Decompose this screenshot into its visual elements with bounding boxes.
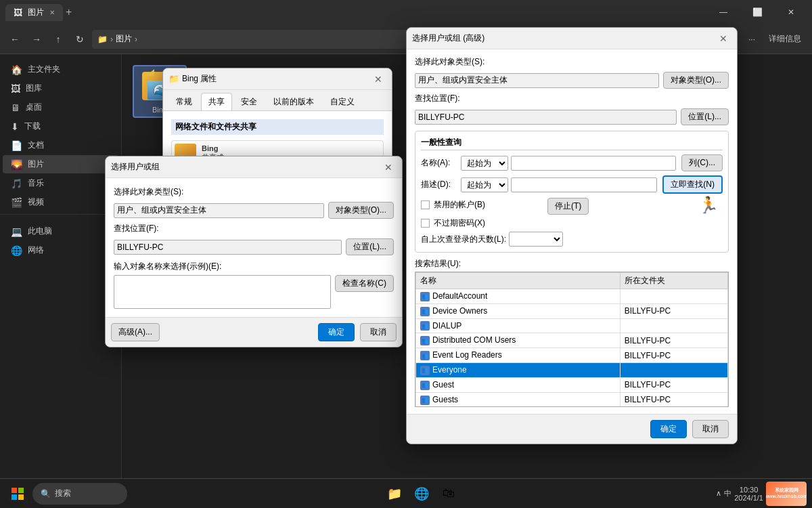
name-filter-input[interactable] — [511, 156, 676, 171]
videos-icon: 🎬 — [11, 197, 22, 208]
advanced-button[interactable]: 高级(A)... — [111, 323, 160, 341]
advanced-dialog-close-button[interactable]: ✕ — [715, 30, 731, 47]
adv-location-label-row: 查找位置(F): — [415, 93, 729, 104]
system-tray-chevron[interactable]: ∧ — [716, 489, 721, 498]
advanced-dialog-body: 选择此对象类型(S): 对象类型(O)... 查找位置(F): 位置(L)...… — [407, 49, 737, 414]
desc-filter-input[interactable] — [511, 177, 657, 192]
sidebar: 🏠 主文件夹 🖼 图库 🖥 桌面 ⬇ 下载 📄 文档 🌄 图片 — [0, 54, 122, 492]
svg-rect-1 — [18, 488, 24, 493]
start-button[interactable] — [5, 482, 30, 506]
sidebar-item-network[interactable]: 🌐 网络 — [3, 241, 118, 259]
close-button[interactable]: ✕ — [775, 0, 807, 24]
taskbar-clock[interactable]: 10:30 2024/1/1 — [734, 486, 763, 502]
refresh-button[interactable]: ↻ — [70, 30, 89, 49]
download-icon: ⬇ — [11, 121, 19, 132]
select-user-dialog: 选择用户或组 ✕ 选择此对象类型(S): 对象类型(O)... 查找位置(F):… — [105, 156, 403, 347]
select-user-ok-button[interactable]: 确定 — [318, 323, 355, 341]
check-names-button[interactable]: 检查名称(C) — [335, 275, 394, 292]
no-expire-checkbox[interactable] — [421, 219, 430, 228]
table-row[interactable]: 👥GuestsBILLYFU-PC — [416, 392, 728, 407]
music-icon: 🎵 — [11, 178, 22, 189]
select-user-cancel-button[interactable]: 取消 — [360, 323, 397, 341]
taskbar: 🔍 搜索 📁 🌐 🛍 ∧ 中 10:30 2024/1/1 系统家园网 www.… — [0, 478, 812, 508]
table-row[interactable]: 👥Event Log ReadersBILLYFU-PC — [416, 348, 728, 363]
taskbar-app-store[interactable]: 🛍 — [436, 482, 461, 506]
advanced-ok-button[interactable]: 确定 — [650, 420, 687, 438]
result-location-cell: BILLYFU-PC — [620, 392, 727, 407]
bing-dialog-close-button[interactable]: ✕ — [370, 71, 386, 87]
address-separator: › — [110, 35, 113, 44]
disabled-account-checkbox[interactable] — [421, 200, 430, 209]
select-user-footer: 高级(A)... 确定 取消 — [106, 317, 402, 347]
object-type-button[interactable]: 对象类型(O)... — [328, 202, 394, 219]
tab-sharing[interactable]: 共享 — [201, 93, 232, 110]
run-icon: 🏃 — [694, 190, 723, 220]
table-row[interactable]: 👥GuestBILLYFU-PC — [416, 377, 728, 392]
group-icon: 👥 — [420, 351, 430, 360]
minimize-button[interactable]: — — [708, 0, 739, 24]
tab-general[interactable]: 常规 — [168, 93, 200, 110]
result-location-cell — [620, 318, 727, 333]
sidebar-item-desktop[interactable]: 🖥 桌面 — [3, 98, 118, 117]
share-folder-name: Bing — [202, 144, 224, 152]
table-row[interactable]: 👥Everyone — [416, 363, 728, 378]
sidebar-item-thispc[interactable]: 💻 此电脑 — [3, 222, 118, 240]
tab-close-icon[interactable]: ✕ — [49, 9, 55, 16]
list-button[interactable]: 列(C)... — [681, 154, 723, 171]
search-bar[interactable]: 🔍 搜索 — [32, 483, 127, 505]
taskbar-apps: 📁 🌐 🛍 — [130, 482, 713, 506]
tab-security[interactable]: 安全 — [233, 93, 265, 110]
details-button[interactable]: 详细信息 — [763, 30, 807, 47]
taskbar-app-explorer[interactable]: 📁 — [382, 482, 407, 506]
location-label-row: 查找位置(F): — [114, 223, 394, 234]
result-location-cell: BILLYFU-PC — [620, 377, 727, 392]
advanced-cancel-button[interactable]: 取消 — [692, 420, 729, 438]
table-row[interactable]: 👥DIALUP — [416, 318, 728, 333]
col-name-header: 名称 — [416, 273, 621, 289]
adv-location-input[interactable] — [415, 110, 677, 125]
name-filter-select[interactable]: 起始为 — [461, 156, 508, 171]
adv-location-button[interactable]: 位置(L)... — [681, 108, 729, 125]
home-icon: 🏠 — [11, 64, 22, 75]
run-icon-area: 🏃 — [694, 190, 723, 220]
sidebar-item-videos[interactable]: 🎬 视频 — [3, 193, 118, 211]
result-location-cell — [620, 289, 727, 304]
address-separator2: › — [135, 35, 137, 44]
sidebar-item-pictures[interactable]: 🌄 图片 — [3, 155, 118, 173]
select-user-close-button[interactable]: ✕ — [380, 159, 397, 175]
result-name-cell: 👥Guests — [416, 392, 621, 407]
stop-button[interactable]: 停止(T) — [547, 198, 589, 215]
results-container[interactable]: 名称 所在文件夹 👥DefaultAccount👥Device OwnersBI… — [415, 272, 729, 407]
up-button[interactable]: ↑ — [49, 30, 68, 49]
results-table: 名称 所在文件夹 👥DefaultAccount👥Device OwnersBI… — [415, 272, 728, 407]
days-select[interactable] — [509, 232, 563, 247]
documents-icon: 📄 — [11, 140, 22, 151]
explorer-tab[interactable]: 🖼 图片 ✕ — [5, 4, 63, 21]
search-results-area: 搜索结果(U): 名称 所在文件夹 👥DefaultAccount👥Device… — [415, 258, 729, 407]
adv-object-type-button[interactable]: 对象类型(O)... — [663, 72, 729, 89]
sidebar-item-home[interactable]: 🏠 主文件夹 — [3, 60, 118, 79]
sidebar-item-downloads[interactable]: ⬇ 下载 — [3, 117, 118, 135]
enter-object-textarea[interactable] — [114, 275, 331, 309]
location-button[interactable]: 位置(L)... — [346, 238, 394, 255]
table-row[interactable]: 👥DefaultAccount — [416, 289, 728, 304]
object-type-input[interactable] — [114, 203, 324, 218]
forward-button[interactable]: → — [27, 30, 46, 49]
search-placeholder: 搜索 — [55, 488, 71, 499]
sidebar-item-documents[interactable]: 📄 文档 — [3, 136, 118, 154]
table-row[interactable]: 👥Device OwnersBILLYFU-PC — [416, 303, 728, 318]
tab-previous[interactable]: 以前的版本 — [266, 93, 321, 110]
location-input[interactable] — [114, 240, 342, 255]
tab-area: 🖼 图片 ✕ + — [5, 4, 72, 21]
sidebar-item-gallery[interactable]: 🖼 图库 — [3, 79, 118, 98]
taskbar-app-browser[interactable]: 🌐 — [409, 482, 434, 506]
more-button[interactable]: ··· — [743, 32, 761, 47]
table-row[interactable]: 👥Distributed COM UsersBILLYFU-PC — [416, 333, 728, 348]
sidebar-item-music[interactable]: 🎵 音乐 — [3, 174, 118, 192]
desc-filter-select[interactable]: 起始为 — [461, 177, 508, 192]
new-tab-button[interactable]: + — [66, 6, 72, 18]
tab-custom[interactable]: 自定义 — [323, 93, 362, 110]
adv-object-type-input[interactable] — [415, 73, 659, 88]
back-button[interactable]: ← — [5, 30, 24, 49]
maximize-button[interactable]: ⬜ — [742, 0, 773, 24]
